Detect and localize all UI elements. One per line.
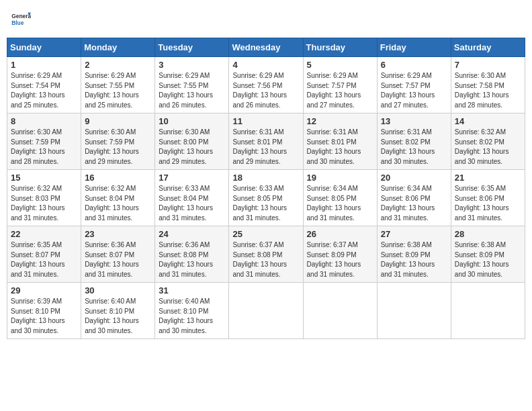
calendar-cell: 13 Sunrise: 6:31 AM Sunset: 8:02 PM Dayl… bbox=[377, 113, 451, 170]
day-info: Sunrise: 6:30 AM Sunset: 7:58 PM Dayligh… bbox=[455, 71, 521, 110]
day-info: Sunrise: 6:32 AM Sunset: 8:04 PM Dayligh… bbox=[85, 184, 151, 223]
day-number: 6 bbox=[381, 60, 447, 70]
day-info: Sunrise: 6:29 AM Sunset: 7:57 PM Dayligh… bbox=[307, 71, 373, 110]
calendar-cell: 24 Sunrise: 6:36 AM Sunset: 8:08 PM Dayl… bbox=[155, 226, 229, 283]
day-info: Sunrise: 6:31 AM Sunset: 8:02 PM Dayligh… bbox=[381, 128, 447, 167]
day-number: 30 bbox=[85, 285, 151, 295]
day-info: Sunrise: 6:29 AM Sunset: 7:56 PM Dayligh… bbox=[232, 71, 299, 110]
calendar-cell: 1 Sunrise: 6:29 AM Sunset: 7:54 PM Dayli… bbox=[7, 57, 81, 113]
dow-saturday: Saturday bbox=[451, 38, 525, 57]
calendar-body: 1 Sunrise: 6:29 AM Sunset: 7:54 PM Dayli… bbox=[7, 57, 525, 339]
day-info: Sunrise: 6:29 AM Sunset: 7:55 PM Dayligh… bbox=[159, 71, 225, 110]
dow-sunday: Sunday bbox=[7, 38, 81, 57]
day-info: Sunrise: 6:29 AM Sunset: 7:54 PM Dayligh… bbox=[11, 71, 77, 110]
calendar-cell: 15 Sunrise: 6:32 AM Sunset: 8:03 PM Dayl… bbox=[7, 170, 81, 226]
day-number: 3 bbox=[159, 60, 225, 70]
day-number: 7 bbox=[455, 60, 521, 70]
calendar-cell: 29 Sunrise: 6:39 AM Sunset: 8:10 PM Dayl… bbox=[7, 283, 81, 339]
day-info: Sunrise: 6:34 AM Sunset: 8:05 PM Dayligh… bbox=[307, 184, 373, 223]
calendar-cell: 3 Sunrise: 6:29 AM Sunset: 7:55 PM Dayli… bbox=[155, 57, 229, 113]
day-number: 20 bbox=[381, 173, 447, 183]
day-info: Sunrise: 6:32 AM Sunset: 8:02 PM Dayligh… bbox=[455, 128, 521, 167]
calendar-cell: 7 Sunrise: 6:30 AM Sunset: 7:58 PM Dayli… bbox=[451, 57, 525, 113]
day-number: 22 bbox=[11, 229, 77, 239]
page-header: General Blue bbox=[7, 7, 525, 32]
calendar-cell bbox=[229, 283, 303, 339]
day-number: 14 bbox=[455, 116, 521, 126]
calendar-cell: 17 Sunrise: 6:33 AM Sunset: 8:04 PM Dayl… bbox=[155, 170, 229, 226]
day-number: 4 bbox=[232, 60, 299, 70]
day-number: 18 bbox=[232, 173, 299, 183]
logo-icon: General Blue bbox=[11, 9, 31, 30]
day-number: 19 bbox=[307, 173, 373, 183]
day-info: Sunrise: 6:36 AM Sunset: 8:08 PM Dayligh… bbox=[159, 240, 225, 279]
day-number: 10 bbox=[159, 116, 225, 126]
day-number: 25 bbox=[232, 229, 299, 239]
day-info: Sunrise: 6:33 AM Sunset: 8:05 PM Dayligh… bbox=[232, 184, 299, 223]
day-info: Sunrise: 6:37 AM Sunset: 8:08 PM Dayligh… bbox=[232, 240, 299, 279]
day-info: Sunrise: 6:29 AM Sunset: 7:55 PM Dayligh… bbox=[85, 71, 151, 110]
day-number: 2 bbox=[85, 60, 151, 70]
week-row-0: 1 Sunrise: 6:29 AM Sunset: 7:54 PM Dayli… bbox=[7, 57, 525, 113]
day-number: 1 bbox=[11, 60, 77, 70]
calendar-cell bbox=[377, 283, 451, 339]
day-info: Sunrise: 6:37 AM Sunset: 8:09 PM Dayligh… bbox=[307, 240, 373, 279]
week-row-4: 29 Sunrise: 6:39 AM Sunset: 8:10 PM Dayl… bbox=[7, 283, 525, 339]
calendar-cell: 6 Sunrise: 6:29 AM Sunset: 7:57 PM Dayli… bbox=[377, 57, 451, 113]
calendar-cell: 27 Sunrise: 6:38 AM Sunset: 8:09 PM Dayl… bbox=[377, 226, 451, 283]
calendar-cell: 31 Sunrise: 6:40 AM Sunset: 8:10 PM Dayl… bbox=[155, 283, 229, 339]
day-number: 29 bbox=[11, 285, 77, 295]
calendar-cell: 30 Sunrise: 6:40 AM Sunset: 8:10 PM Dayl… bbox=[81, 283, 155, 339]
day-info: Sunrise: 6:40 AM Sunset: 8:10 PM Dayligh… bbox=[159, 297, 225, 336]
week-row-1: 8 Sunrise: 6:30 AM Sunset: 7:59 PM Dayli… bbox=[7, 113, 525, 170]
day-number: 9 bbox=[85, 116, 151, 126]
dow-wednesday: Wednesday bbox=[229, 38, 303, 57]
day-info: Sunrise: 6:32 AM Sunset: 8:03 PM Dayligh… bbox=[11, 184, 77, 223]
day-number: 16 bbox=[85, 173, 151, 183]
day-number: 5 bbox=[307, 60, 373, 70]
day-number: 15 bbox=[11, 173, 77, 183]
logo: General Blue bbox=[11, 9, 31, 30]
calendar-cell: 16 Sunrise: 6:32 AM Sunset: 8:04 PM Dayl… bbox=[81, 170, 155, 226]
calendar-cell: 5 Sunrise: 6:29 AM Sunset: 7:57 PM Dayli… bbox=[303, 57, 377, 113]
days-of-week-header: SundayMondayTuesdayWednesdayThursdayFrid… bbox=[7, 38, 525, 57]
day-number: 21 bbox=[455, 173, 521, 183]
calendar-cell: 4 Sunrise: 6:29 AM Sunset: 7:56 PM Dayli… bbox=[229, 57, 303, 113]
calendar-cell: 18 Sunrise: 6:33 AM Sunset: 8:05 PM Dayl… bbox=[229, 170, 303, 226]
calendar-cell: 23 Sunrise: 6:36 AM Sunset: 8:07 PM Dayl… bbox=[81, 226, 155, 283]
day-info: Sunrise: 6:30 AM Sunset: 7:59 PM Dayligh… bbox=[85, 128, 151, 167]
calendar-cell bbox=[303, 283, 377, 339]
day-info: Sunrise: 6:31 AM Sunset: 8:01 PM Dayligh… bbox=[232, 128, 299, 167]
day-info: Sunrise: 6:29 AM Sunset: 7:57 PM Dayligh… bbox=[381, 71, 447, 110]
day-number: 13 bbox=[381, 116, 447, 126]
day-info: Sunrise: 6:31 AM Sunset: 8:01 PM Dayligh… bbox=[307, 128, 373, 167]
calendar-cell: 20 Sunrise: 6:34 AM Sunset: 8:06 PM Dayl… bbox=[377, 170, 451, 226]
day-info: Sunrise: 6:36 AM Sunset: 8:07 PM Dayligh… bbox=[85, 240, 151, 279]
week-row-2: 15 Sunrise: 6:32 AM Sunset: 8:03 PM Dayl… bbox=[7, 170, 525, 226]
calendar-cell: 9 Sunrise: 6:30 AM Sunset: 7:59 PM Dayli… bbox=[81, 113, 155, 170]
calendar-cell: 14 Sunrise: 6:32 AM Sunset: 8:02 PM Dayl… bbox=[451, 113, 525, 170]
day-info: Sunrise: 6:33 AM Sunset: 8:04 PM Dayligh… bbox=[159, 184, 225, 223]
day-number: 12 bbox=[307, 116, 373, 126]
svg-text:Blue: Blue bbox=[11, 19, 24, 26]
day-info: Sunrise: 6:38 AM Sunset: 8:09 PM Dayligh… bbox=[381, 240, 447, 279]
day-info: Sunrise: 6:38 AM Sunset: 8:09 PM Dayligh… bbox=[455, 240, 521, 279]
day-number: 24 bbox=[159, 229, 225, 239]
day-number: 27 bbox=[381, 229, 447, 239]
calendar-cell: 26 Sunrise: 6:37 AM Sunset: 8:09 PM Dayl… bbox=[303, 226, 377, 283]
dow-monday: Monday bbox=[81, 38, 155, 57]
week-row-3: 22 Sunrise: 6:35 AM Sunset: 8:07 PM Dayl… bbox=[7, 226, 525, 283]
day-info: Sunrise: 6:40 AM Sunset: 8:10 PM Dayligh… bbox=[85, 297, 151, 336]
day-number: 23 bbox=[85, 229, 151, 239]
day-info: Sunrise: 6:35 AM Sunset: 8:06 PM Dayligh… bbox=[455, 184, 521, 223]
day-info: Sunrise: 6:30 AM Sunset: 8:00 PM Dayligh… bbox=[159, 128, 225, 167]
calendar-cell: 21 Sunrise: 6:35 AM Sunset: 8:06 PM Dayl… bbox=[451, 170, 525, 226]
dow-tuesday: Tuesday bbox=[155, 38, 229, 57]
calendar-cell: 11 Sunrise: 6:31 AM Sunset: 8:01 PM Dayl… bbox=[229, 113, 303, 170]
dow-friday: Friday bbox=[377, 38, 451, 57]
calendar-table: SundayMondayTuesdayWednesdayThursdayFrid… bbox=[7, 38, 525, 339]
day-info: Sunrise: 6:34 AM Sunset: 8:06 PM Dayligh… bbox=[381, 184, 447, 223]
day-number: 11 bbox=[232, 116, 299, 126]
day-number: 31 bbox=[159, 285, 225, 295]
calendar-cell: 28 Sunrise: 6:38 AM Sunset: 8:09 PM Dayl… bbox=[451, 226, 525, 283]
